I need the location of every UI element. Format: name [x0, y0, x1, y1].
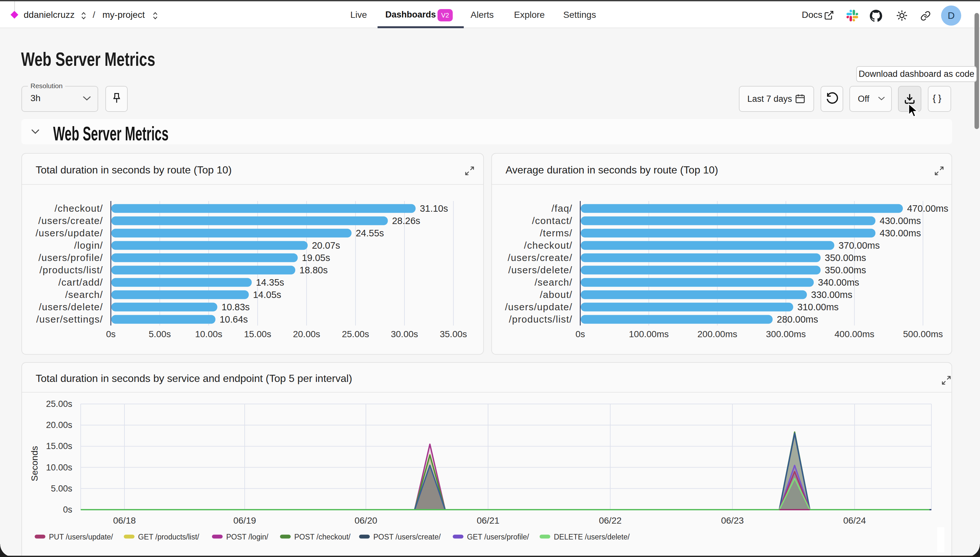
svg-text:14.35s: 14.35s — [256, 277, 284, 288]
svg-text:10.00s: 10.00s — [195, 329, 222, 339]
svg-text:/search/: /search/ — [535, 277, 572, 288]
svg-text:500.00ms: 500.00ms — [903, 329, 943, 339]
svg-text:06/18: 06/18 — [113, 516, 136, 526]
svg-text:06/22: 06/22 — [599, 516, 622, 526]
svg-text:340.00ms: 340.00ms — [818, 277, 859, 288]
svg-text:350.00ms: 350.00ms — [825, 252, 866, 263]
svg-text:300.00ms: 300.00ms — [766, 329, 806, 339]
svg-text:06/23: 06/23 — [721, 516, 744, 526]
svg-text:20.07s: 20.07s — [312, 240, 340, 251]
svg-text:24.55s: 24.55s — [356, 228, 384, 238]
svg-text:10.64s: 10.64s — [220, 314, 248, 324]
svg-text:/users/create/: /users/create/ — [38, 215, 103, 226]
svg-text:280.00ms: 280.00ms — [777, 314, 818, 324]
svg-text:/users/delete/: /users/delete/ — [508, 265, 572, 275]
svg-text:/terms/: /terms/ — [540, 228, 573, 238]
svg-text:400.00ms: 400.00ms — [834, 329, 874, 339]
svg-text:0s: 0s — [63, 505, 72, 515]
svg-text:430.00ms: 430.00ms — [879, 216, 921, 226]
svg-text:/checkout/: /checkout/ — [54, 203, 103, 214]
svg-text:/checkout/: /checkout/ — [524, 240, 573, 251]
svg-text:470.00ms: 470.00ms — [907, 203, 948, 214]
svg-text:31.10s: 31.10s — [420, 203, 448, 214]
svg-text:14.05s: 14.05s — [253, 290, 281, 300]
svg-text:200.00ms: 200.00ms — [697, 329, 737, 339]
svg-text:19.05s: 19.05s — [302, 252, 330, 263]
svg-text:/login/: /login/ — [74, 240, 103, 251]
svg-text:430.00ms: 430.00ms — [879, 228, 921, 238]
svg-text:30.00s: 30.00s — [391, 329, 418, 339]
svg-text:06/19: 06/19 — [233, 516, 256, 526]
svg-text:/about/: /about/ — [540, 289, 573, 300]
svg-text:/users/create/: /users/create/ — [508, 252, 573, 263]
svg-text:18.80s: 18.80s — [299, 265, 328, 275]
svg-text:Seconds: Seconds — [29, 446, 39, 482]
svg-text:35.00s: 35.00s — [440, 329, 467, 339]
svg-text:25.00s: 25.00s — [342, 329, 369, 339]
svg-text:06/24: 06/24 — [843, 516, 866, 526]
svg-text:/products/list/: /products/list/ — [39, 265, 103, 275]
svg-text:5.00s: 5.00s — [149, 329, 171, 339]
svg-text:5.00s: 5.00s — [51, 484, 72, 493]
svg-text:/products/list/: /products/list/ — [509, 314, 572, 324]
svg-text:20.00s: 20.00s — [46, 420, 72, 430]
svg-text:15.00s: 15.00s — [244, 329, 271, 339]
svg-text:28.26s: 28.26s — [392, 216, 420, 226]
svg-text:330.00ms: 330.00ms — [811, 290, 852, 300]
svg-text:/users/update/: /users/update/ — [36, 228, 103, 238]
svg-text:/contact/: /contact/ — [532, 215, 572, 226]
svg-text:/search/: /search/ — [65, 289, 103, 300]
svg-text:/users/profile/: /users/profile/ — [38, 252, 103, 263]
svg-text:/cart/add/: /cart/add/ — [59, 277, 103, 288]
svg-text:/faq/: /faq/ — [552, 203, 573, 214]
svg-text:/users/delete/: /users/delete/ — [39, 301, 103, 312]
svg-text:0s: 0s — [106, 329, 116, 339]
svg-text:310.00ms: 310.00ms — [798, 302, 839, 312]
svg-text:100.00ms: 100.00ms — [629, 329, 669, 339]
svg-text:25.00s: 25.00s — [46, 399, 72, 409]
svg-text:20.00s: 20.00s — [293, 329, 320, 339]
svg-text:0s: 0s — [575, 329, 585, 339]
svg-text:/users/update/: /users/update/ — [505, 301, 572, 312]
svg-text:/user/settings/: /user/settings/ — [36, 314, 103, 324]
svg-text:06/20: 06/20 — [354, 516, 377, 526]
svg-text:10.83s: 10.83s — [222, 302, 250, 312]
svg-text:350.00ms: 350.00ms — [825, 265, 866, 275]
svg-text:15.00s: 15.00s — [46, 441, 72, 451]
svg-text:10.00s: 10.00s — [46, 463, 72, 472]
svg-text:370.00ms: 370.00ms — [839, 240, 879, 251]
svg-text:06/21: 06/21 — [477, 516, 499, 526]
